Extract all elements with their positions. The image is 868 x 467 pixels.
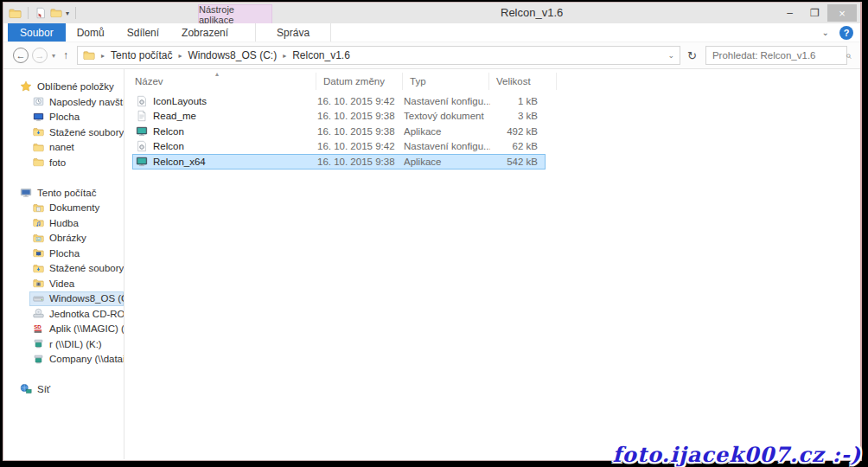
history-dropdown-icon[interactable]: ▾ (52, 52, 55, 60)
network-icon (20, 383, 32, 395)
maximize-button[interactable]: ❐ (802, 4, 827, 22)
column-header[interactable]: Typ (403, 73, 489, 90)
qat-properties-button[interactable] (35, 7, 47, 19)
sidebar-item[interactable]: Videa (29, 276, 124, 291)
cdrom-icon (33, 308, 44, 319)
address-bar[interactable]: ▸Tento počítač▸Windows8_OS (C:)▸Relcon_v… (77, 46, 680, 65)
sidebar-item[interactable]: nanet (29, 140, 124, 156)
star-icon (20, 80, 32, 93)
file-name: Relcon (133, 140, 317, 152)
file-type: Nastavení konfigu... (404, 96, 490, 106)
sidebar-section-header[interactable]: Oblíbené položky (20, 79, 124, 94)
column-header[interactable]: Datum změny (316, 73, 403, 90)
breadcrumb-segment[interactable]: Tento počítač (111, 49, 172, 61)
sidebar-item[interactable]: Plocha (29, 246, 124, 261)
sidebar-item-label: Videa (49, 278, 74, 289)
file-type: Textový dokument (404, 111, 490, 121)
help-icon[interactable]: ? (839, 26, 853, 40)
folder-icon (33, 157, 44, 168)
navigation-pane: Oblíbené položkyNaposledy navštíverPloch… (3, 69, 124, 459)
sidebar-section: Tento počítačDokumentyHudbaObrázkyPlocha… (3, 185, 124, 368)
sidebar-item[interactable]: Stažené soubory (29, 125, 124, 140)
sidebar-item-label: Plocha (49, 248, 80, 259)
folder-desktop-icon (33, 247, 44, 259)
sidebar-item[interactable]: Naposledy navštíver (29, 94, 124, 110)
sidebar-item-label: Jednotka CD-ROM ( (49, 309, 124, 319)
column-header[interactable]: Velikost (489, 73, 557, 90)
app-icon (136, 125, 148, 138)
sidebar-item-label: Hudba (49, 218, 79, 228)
app-icon (136, 156, 148, 168)
sidebar-item-label: Plocha (49, 112, 80, 122)
refresh-icon[interactable]: ↻ (687, 49, 697, 62)
tab-domu[interactable]: Domů (66, 23, 116, 42)
folder-icon (83, 49, 95, 61)
qat-new-folder-button[interactable] (50, 7, 62, 19)
sidebar-item-label: Aplik (\\MAGIC) (G: (49, 323, 124, 334)
hdd-icon (33, 293, 44, 304)
sidebar-item[interactable]: Jednotka CD-ROM ( (29, 306, 124, 322)
tab-zobrazeni[interactable]: Zobrazení (170, 23, 239, 42)
sidebar-item[interactable]: Stažené soubory (29, 261, 124, 277)
file-size: 1 kB (490, 96, 542, 106)
navigation-bar: ← → ▾ ↑ ▸Tento počítač▸Windows8_OS (C:)▸… (3, 42, 860, 69)
file-rows: IconLayouts16. 10. 2015 9:42Nastavení ko… (124, 93, 860, 170)
file-row[interactable]: Relcon_x6416. 10. 2015 9:38Aplikace542 k… (132, 154, 546, 170)
up-button[interactable]: ↑ (63, 49, 68, 61)
sidebar-item[interactable]: r (\\DIL) (K:) (29, 336, 124, 352)
tab-soubor[interactable]: Soubor (8, 23, 66, 42)
sd-drive-icon: SD (33, 323, 44, 335)
sidebar-section-header[interactable]: Síť (20, 381, 124, 397)
file-name: Read_me (133, 110, 317, 122)
search-box[interactable]: ⌕ (705, 46, 847, 65)
breadcrumb-segment[interactable]: Windows8_OS (C:) (188, 49, 277, 61)
forward-button[interactable]: → (32, 48, 48, 63)
sidebar-section-label: Síť (37, 384, 50, 394)
tab-sdileni[interactable]: Sdílení (116, 23, 170, 42)
file-name: Relcon (133, 125, 317, 138)
column-header[interactable]: Název (124, 73, 316, 90)
sidebar-item[interactable]: Obrázky (29, 231, 124, 246)
close-button[interactable]: × (827, 4, 857, 22)
column-headers: ▴ NázevDatum změnyTypVelikost (124, 73, 860, 90)
breadcrumb-separator-icon: ▸ (178, 52, 182, 60)
sidebar-section-header[interactable]: Tento počítač (20, 185, 124, 201)
file-row[interactable]: IconLayouts16. 10. 2015 9:42Nastavení ko… (132, 93, 546, 109)
explorer-window: ▾ Nástroje aplikace Relcon_v1.6 – ❐ × So… (3, 2, 862, 461)
sidebar-item[interactable]: Company (\\dataint (29, 352, 124, 368)
file-name: IconLayouts (133, 95, 317, 107)
collapse-ribbon-icon[interactable]: ⌄ (822, 28, 829, 37)
sidebar-section: Oblíbené položkyNaposledy navštíverPloch… (3, 79, 124, 170)
file-row[interactable]: Read_me16. 10. 2015 9:38Textový dokument… (132, 109, 546, 125)
window-title: Relcon_v1.6 (501, 6, 563, 19)
minimize-button[interactable]: – (777, 4, 802, 22)
sidebar-item[interactable]: foto (29, 155, 124, 170)
sort-indicator-icon: ▴ (215, 70, 219, 78)
sidebar-item-label: Windows8_OS (C:) (49, 293, 124, 304)
file-row[interactable]: Relcon16. 10. 2015 9:42Nastavení konfigu… (132, 139, 546, 155)
photo-watermark: foto.ijacek007.cz :-) (613, 442, 861, 467)
sidebar-section-label: Oblíbené položky (37, 81, 114, 92)
file-row[interactable]: Relcon16. 10. 2015 9:38Aplikace492 kB (132, 124, 546, 139)
sidebar-item[interactable]: Plocha (29, 110, 124, 125)
address-dropdown-icon[interactable]: ⌄ (667, 51, 674, 60)
sidebar-item-label: r (\\DIL) (K:) (49, 339, 102, 349)
breadcrumb-segment[interactable]: Relcon_v1.6 (292, 49, 350, 61)
sidebar-item[interactable]: Dokumenty (29, 201, 124, 216)
tab-sprava[interactable]: Správa (255, 23, 331, 42)
back-button[interactable]: ← (13, 48, 29, 63)
desktop-icon (33, 112, 44, 123)
file-type: Aplikace (404, 126, 490, 137)
computer-icon (20, 187, 32, 199)
search-input[interactable] (712, 50, 846, 61)
file-size: 62 kB (490, 141, 542, 151)
sidebar-item[interactable]: SDAplik (\\MAGIC) (G: (29, 322, 124, 337)
qat-customize-button[interactable]: ▾ (66, 10, 69, 17)
sidebar-item[interactable]: Windows8_OS (C:) (29, 291, 124, 307)
sidebar-item[interactable]: Hudba (29, 215, 124, 231)
quick-access-toolbar: ▾ (3, 3, 79, 23)
file-size: 3 kB (490, 111, 542, 121)
file-type: Nastavení konfigu... (404, 141, 490, 151)
search-icon: ⌕ (846, 49, 852, 61)
file-size: 492 kB (490, 126, 542, 137)
